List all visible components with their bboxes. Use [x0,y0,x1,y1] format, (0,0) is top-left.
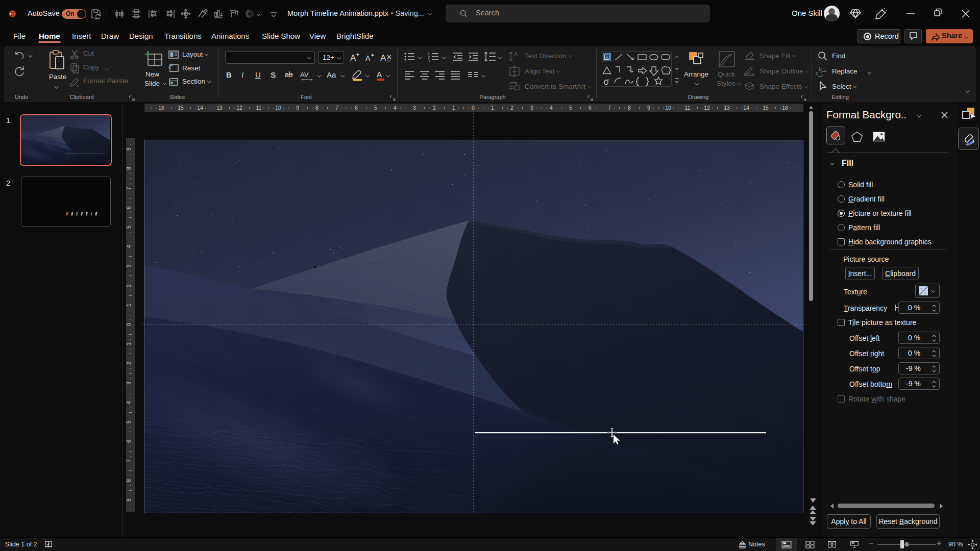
svg-text:3: 3 [428,59,430,62]
svg-text:A: A [365,54,371,62]
svg-text:2: 2 [428,56,430,59]
svg-text:A: A [380,53,386,63]
svg-text:1: 1 [428,52,430,56]
svg-text:Aa: Aa [327,70,336,79]
svg-text:A: A [605,55,608,60]
svg-text:b: b [819,66,822,72]
svg-text:AV: AV [300,71,309,79]
svg-text:c: c [816,70,818,76]
svg-text:A: A [514,51,518,57]
svg-text:A: A [377,70,382,79]
svg-text:A: A [350,53,356,63]
svg-text:P: P [10,12,13,16]
